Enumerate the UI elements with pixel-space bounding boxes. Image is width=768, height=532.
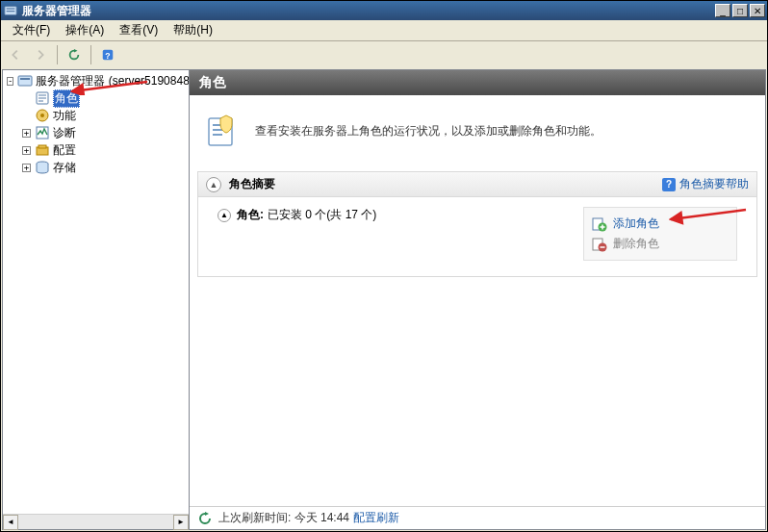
roles-installed-col: ▲ 角色: 已安装 0 个(共 17 个) <box>218 207 583 261</box>
tree-configuration-label: 配置 <box>53 142 76 159</box>
tree-node-configuration[interactable]: + 配置 <box>3 141 189 159</box>
tree-root[interactable]: - 服务器管理器 (server51908489 <box>3 72 189 89</box>
status-text: 上次刷新时间: 今天 14:44 <box>218 510 349 526</box>
roles-icon <box>35 90 50 106</box>
maximize-button[interactable]: □ <box>732 4 748 17</box>
collapse-icon[interactable]: ▲ <box>206 177 221 192</box>
toolbar-sep <box>90 45 91 64</box>
scroll-right-button[interactable]: ► <box>173 515 189 530</box>
hero-section: 查看安装在服务器上角色的运行状况，以及添加或删除角色和功能。 <box>190 95 765 171</box>
actions-col: 添加角色 删除角色 <box>583 207 737 261</box>
svg-rect-1 <box>7 8 15 9</box>
svg-rect-6 <box>20 78 30 80</box>
menubar: 文件(F) 操作(A) 查看(V) 帮助(H) <box>1 20 767 41</box>
tb-help-button[interactable]: ? <box>97 44 118 65</box>
main-panel: 角色 查看安装在服务器上角色的运行状况，以及添加或删除角色和功能。 ▲ <box>189 69 766 530</box>
svg-rect-2 <box>7 11 15 12</box>
remove-role-icon <box>592 237 607 252</box>
section-help-link[interactable]: ? 角色摘要帮助 <box>662 176 749 192</box>
scroll-left-button[interactable]: ◄ <box>3 515 18 530</box>
configure-refresh-link[interactable]: 配置刷新 <box>353 510 399 526</box>
toolbar-sep <box>57 45 58 64</box>
toolbar: ? <box>1 41 767 68</box>
svg-text:?: ? <box>105 51 110 61</box>
remove-role-link[interactable]: 删除角色 <box>592 234 709 254</box>
content-split: - 服务器管理器 (server51908489 角色 <box>2 69 766 530</box>
section-help-text: 角色摘要帮助 <box>679 176 749 192</box>
window-title: 服务器管理器 <box>22 3 715 19</box>
svg-rect-12 <box>38 145 46 148</box>
tree-node-features[interactable]: 功能 <box>3 107 189 124</box>
tb-back-button[interactable] <box>5 44 26 65</box>
scrollbar-track[interactable] <box>18 515 173 530</box>
tree-node-roles[interactable]: 角色 <box>3 89 189 107</box>
refresh-icon <box>197 511 213 526</box>
add-role-link[interactable]: 添加角色 <box>592 214 709 234</box>
add-role-text: 添加角色 <box>613 215 659 232</box>
hero-text: 查看安装在服务器上角色的运行状况，以及添加或删除角色和功能。 <box>255 123 602 139</box>
diagnostics-icon <box>35 125 50 140</box>
features-icon <box>35 108 50 123</box>
menu-file[interactable]: 文件(F) <box>5 20 58 40</box>
storage-icon <box>35 160 50 175</box>
roles-label: 角色: <box>237 207 264 223</box>
expand-icon[interactable]: + <box>22 129 31 138</box>
minimize-button[interactable]: _ <box>715 4 730 17</box>
tree-node-storage[interactable]: + 存储 <box>3 159 189 176</box>
window-buttons: _ □ ✕ <box>715 4 765 17</box>
tree-panel: - 服务器管理器 (server51908489 角色 <box>2 69 189 530</box>
tree-scrollbar[interactable]: ◄ ► <box>3 514 189 529</box>
titlebar: 服务器管理器 _ □ ✕ <box>1 1 767 20</box>
page-heading: 角色 <box>190 70 765 95</box>
menu-help[interactable]: 帮助(H) <box>166 20 220 40</box>
section-body: ▲ 角色: 已安装 0 个(共 17 个) 添加角色 <box>198 197 756 276</box>
tree-features-label: 功能 <box>53 108 76 124</box>
tree-storage-label: 存储 <box>53 160 76 176</box>
roles-line: ▲ 角色: 已安装 0 个(共 17 个) <box>218 207 583 223</box>
roles-summary-section: ▲ 角色摘要 ? 角色摘要帮助 ▲ 角色: 已安装 0 个(共 17 个) <box>197 171 757 277</box>
roles-hero-icon <box>203 111 242 152</box>
menu-view[interactable]: 查看(V) <box>112 20 166 40</box>
section-title: 角色摘要 <box>229 176 662 192</box>
expander-none <box>22 94 31 103</box>
expand-icon[interactable]: + <box>22 146 31 155</box>
statusbar: 上次刷新时间: 今天 14:44 配置刷新 <box>190 506 765 529</box>
tree-diagnostics-label: 诊断 <box>53 125 76 141</box>
roles-value: 已安装 0 个(共 17 个) <box>268 207 376 223</box>
tb-forward-button[interactable] <box>30 44 51 65</box>
page-heading-text: 角色 <box>199 74 226 91</box>
tree-node-diagnostics[interactable]: + 诊断 <box>3 124 189 141</box>
svg-rect-18 <box>213 134 222 136</box>
tb-refresh-button[interactable] <box>64 44 85 65</box>
svg-point-9 <box>40 114 44 117</box>
help-icon: ? <box>662 178 676 191</box>
tree-roles-label: 角色 <box>53 89 80 108</box>
collapse-icon[interactable]: - <box>7 77 13 86</box>
svg-rect-5 <box>18 76 32 86</box>
tree-root-label: 服务器管理器 (server51908489 <box>36 73 189 89</box>
collapse-icon[interactable]: ▲ <box>218 209 231 222</box>
app-window: 服务器管理器 _ □ ✕ 文件(F) 操作(A) 查看(V) 帮助(H) ? <box>0 0 768 532</box>
server-icon <box>17 73 33 89</box>
app-icon <box>3 3 18 18</box>
remove-role-text: 删除角色 <box>613 236 659 252</box>
section-header: ▲ 角色摘要 ? 角色摘要帮助 <box>198 172 756 197</box>
tree-body: - 服务器管理器 (server51908489 角色 <box>3 70 189 514</box>
close-button[interactable]: ✕ <box>750 4 765 17</box>
expander-none <box>22 112 31 120</box>
expand-icon[interactable]: + <box>22 164 31 172</box>
add-role-icon <box>592 216 607 232</box>
menu-action[interactable]: 操作(A) <box>58 20 112 40</box>
configuration-icon <box>35 142 50 158</box>
